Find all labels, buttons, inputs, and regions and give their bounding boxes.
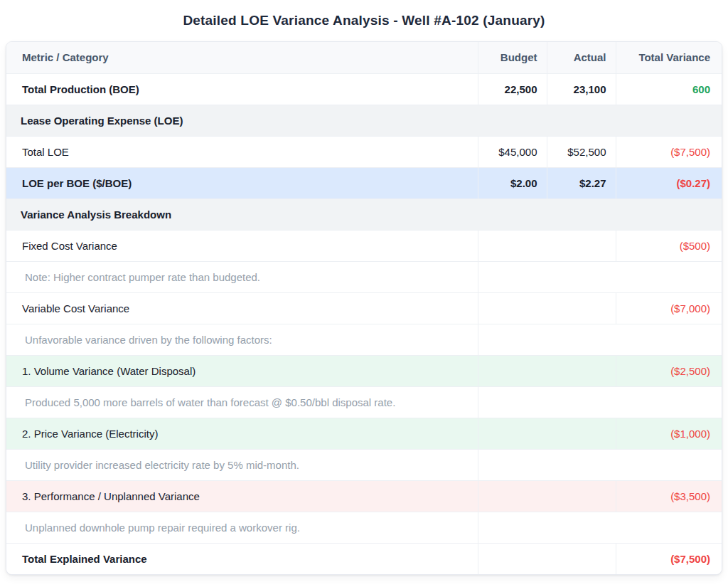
- page-title: Detailed LOE Variance Analysis - Well #A…: [0, 0, 728, 41]
- budget-cell: $2.00: [478, 167, 547, 199]
- empty-cell: [478, 355, 616, 386]
- column-header-actual: Actual: [547, 42, 616, 73]
- table-row: Fixed Cost Variance($500): [6, 230, 722, 261]
- empty-cell: [478, 449, 722, 480]
- section-header-cell: Lease Operating Expense (LOE): [6, 105, 722, 136]
- column-header-metric: Metric / Category: [6, 42, 478, 73]
- table-row: LOE per BOE ($/BOE)$2.00$2.27($0.27): [6, 167, 722, 199]
- empty-cell: [478, 418, 616, 449]
- variance-cell: ($7,000): [616, 292, 722, 324]
- metric-cell: 3. Performance / Unplanned Variance: [6, 480, 478, 512]
- table-row: Produced 5,000 more barrels of water tha…: [6, 386, 722, 418]
- table-row: Unplanned downhole pump repair required …: [6, 512, 722, 543]
- budget-cell: $45,000: [478, 136, 547, 167]
- metric-cell: Variable Cost Variance: [6, 292, 478, 324]
- variance-cell: 600: [616, 73, 722, 105]
- empty-cell: [478, 543, 616, 574]
- column-header-variance: Total Variance: [616, 42, 722, 73]
- table-row: 1. Volume Variance (Water Disposal)($2,5…: [6, 355, 722, 386]
- table-row: Total Production (BOE)22,50023,100600: [6, 73, 722, 105]
- table-row: 3. Performance / Unplanned Variance($3,5…: [6, 480, 722, 512]
- table-row: Unfavorable variance driven by the follo…: [6, 324, 722, 355]
- variance-cell: ($500): [616, 230, 722, 261]
- table-row: Note: Higher contract pumper rate than b…: [6, 261, 722, 292]
- empty-cell: [478, 292, 616, 324]
- variance-cell: ($2,500): [616, 355, 722, 386]
- metric-cell: LOE per BOE ($/BOE): [6, 167, 478, 199]
- table-row: Total LOE$45,000$52,500($7,500): [6, 136, 722, 167]
- empty-cell: [478, 230, 616, 261]
- note-cell: Unfavorable variance driven by the follo…: [6, 324, 478, 355]
- metric-cell: Total Production (BOE): [6, 73, 478, 105]
- note-cell: Produced 5,000 more barrels of water tha…: [6, 386, 478, 418]
- table-row: 2. Price Variance (Electricity)($1,000): [6, 418, 722, 449]
- variance-cell: ($7,500): [616, 136, 722, 167]
- table-row: Utility provider increased electricity r…: [6, 449, 722, 480]
- variance-table-card: Metric / CategoryBudgetActualTotal Varia…: [6, 41, 722, 575]
- actual-cell: 23,100: [547, 73, 616, 105]
- table-row: Variable Cost Variance($7,000): [6, 292, 722, 324]
- note-cell: Utility provider increased electricity r…: [6, 449, 478, 480]
- variance-cell: ($0.27): [616, 167, 722, 199]
- column-header-row: Metric / CategoryBudgetActualTotal Varia…: [6, 42, 722, 73]
- empty-cell: [478, 386, 722, 418]
- metric-cell: 1. Volume Variance (Water Disposal): [6, 355, 478, 386]
- empty-cell: [478, 324, 722, 355]
- metric-cell: 2. Price Variance (Electricity): [6, 418, 478, 449]
- metric-cell: Total Explained Variance: [6, 543, 478, 574]
- table-row: Variance Analysis Breakdown: [6, 199, 722, 230]
- note-cell: Note: Higher contract pumper rate than b…: [6, 261, 478, 292]
- table-row: Total Explained Variance($7,500): [6, 543, 722, 574]
- actual-cell: $2.27: [547, 167, 616, 199]
- metric-cell: Fixed Cost Variance: [6, 230, 478, 261]
- empty-cell: [478, 512, 722, 543]
- variance-cell: ($1,000): [616, 418, 722, 449]
- variance-cell: ($7,500): [616, 543, 722, 574]
- column-header-budget: Budget: [478, 42, 547, 73]
- actual-cell: $52,500: [547, 136, 616, 167]
- metric-cell: Total LOE: [6, 136, 478, 167]
- note-cell: Unplanned downhole pump repair required …: [6, 512, 478, 543]
- variance-table: Metric / CategoryBudgetActualTotal Varia…: [6, 42, 722, 574]
- variance-cell: ($3,500): [616, 480, 722, 512]
- empty-cell: [478, 261, 722, 292]
- table-body: Total Production (BOE)22,50023,100600Lea…: [6, 73, 722, 574]
- budget-cell: 22,500: [478, 73, 547, 105]
- empty-cell: [478, 480, 616, 512]
- table-row: Lease Operating Expense (LOE): [6, 105, 722, 136]
- section-header-cell: Variance Analysis Breakdown: [6, 199, 722, 230]
